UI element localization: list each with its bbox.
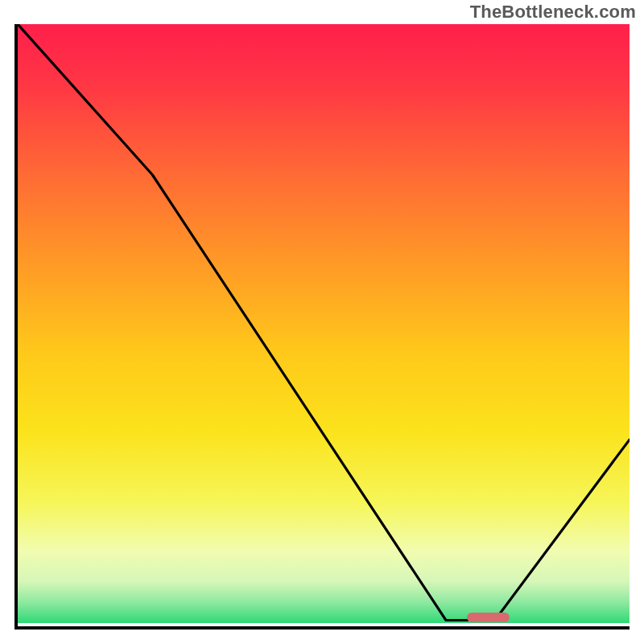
optimum-marker <box>467 613 510 622</box>
plot-area <box>14 24 630 630</box>
chart-container: TheBottleneck.com <box>0 0 644 644</box>
attribution-text: TheBottleneck.com <box>470 2 636 23</box>
bottleneck-curve <box>18 24 630 626</box>
